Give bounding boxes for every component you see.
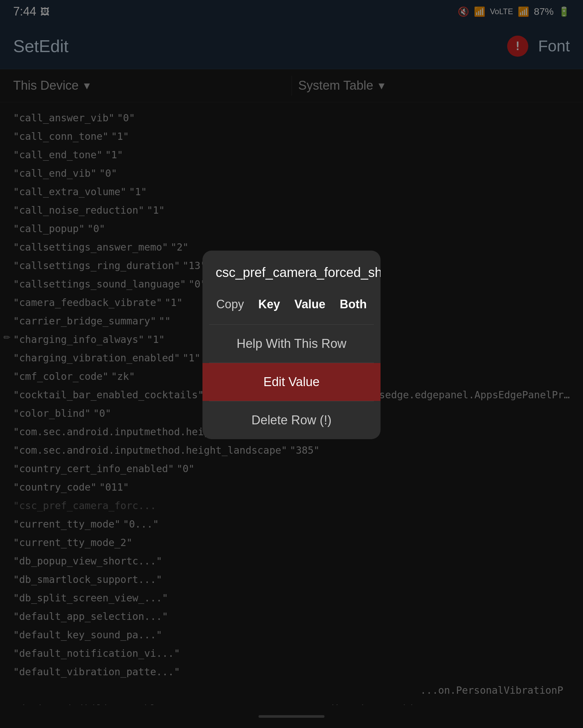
copy-options-row: Copy Key Value Both — [202, 291, 381, 324]
key-option[interactable]: Key — [253, 294, 285, 315]
value-option[interactable]: Value — [289, 294, 331, 315]
context-dialog: csc_pref_camera_forced_shuttersound_key … — [202, 251, 381, 439]
delete-row-button[interactable]: Delete Row (!) — [202, 401, 381, 439]
copy-option[interactable]: Copy — [211, 294, 249, 315]
help-row-button[interactable]: Help With This Row — [202, 325, 381, 363]
edit-value-button[interactable]: Edit Value — [202, 363, 381, 401]
dialog-title: csc_pref_camera_forced_shuttersound_key — [202, 251, 381, 291]
both-option[interactable]: Both — [334, 294, 372, 315]
